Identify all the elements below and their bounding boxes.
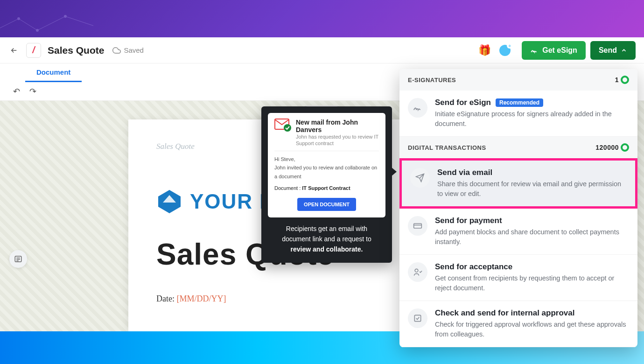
doc-type-icon: / <box>26 43 41 58</box>
date-field: Date: [MM/DD/YY] <box>156 294 226 304</box>
tab-document[interactable]: Document <box>25 63 82 82</box>
gift-icon[interactable]: 🎁 <box>478 44 491 56</box>
email-preview-sub: John has requested you to review IT Supp… <box>296 133 379 147</box>
save-status: Saved <box>112 46 144 55</box>
svg-point-2 <box>64 15 67 18</box>
top-bar: / Sales Quote Saved 🎁 Get eSign Send <box>0 37 644 63</box>
undo-button[interactable]: ↶ <box>13 86 20 97</box>
logo-icon <box>156 189 182 215</box>
email-preview-card: New mail from John Danvers John has requ… <box>268 113 385 217</box>
flyout-section-esignatures: E-SIGNATURES 1 <box>399 69 637 91</box>
email-preview-title: New mail from John Danvers <box>296 119 379 133</box>
send-for-payment-option[interactable]: Send for payment Add payment blocks and … <box>399 209 637 255</box>
send-menu-flyout: E-SIGNATURES 1 Send for eSignRecommended… <box>399 69 637 347</box>
list-icon <box>14 255 22 263</box>
count-ring-icon <box>621 143 629 152</box>
back-button[interactable] <box>8 45 20 56</box>
send-button[interactable]: Send <box>590 41 636 60</box>
svg-point-1 <box>36 29 39 32</box>
chevron-up-icon <box>621 47 627 54</box>
user-accept-icon <box>408 262 427 282</box>
esign-count-badge: 1 <box>615 76 629 84</box>
svg-point-9 <box>415 269 418 272</box>
svg-point-7 <box>284 124 291 132</box>
send-for-acceptance-option[interactable]: Send for acceptance Get consent from rec… <box>399 255 637 301</box>
tooltip-caption: Recipients get an email with document li… <box>268 224 385 254</box>
redo-button[interactable]: ↷ <box>29 86 36 97</box>
digital-count-badge: 120000 <box>595 143 629 152</box>
cloud-saved-icon <box>112 46 121 55</box>
send-via-email-option[interactable]: Send via email Share this document for r… <box>399 158 637 209</box>
email-preview-tooltip: New mail from John Danvers John has requ… <box>261 106 392 263</box>
count-ring-icon <box>621 76 629 84</box>
recommended-badge: Recommended <box>496 98 543 107</box>
outline-toggle-button[interactable] <box>9 250 27 268</box>
mail-verified-icon <box>274 119 291 132</box>
bg-decor <box>0 9 93 37</box>
internal-approval-option[interactable]: Check and send for internal approval Che… <box>399 301 637 347</box>
payment-icon <box>408 216 427 236</box>
get-esign-button[interactable]: Get eSign <box>522 41 586 60</box>
signature-icon <box>408 98 427 118</box>
svg-rect-10 <box>414 315 420 321</box>
flyout-section-digital: DIGITAL TRANSACTIONS 120000 <box>399 137 637 158</box>
add-user-icon[interactable] <box>499 45 511 56</box>
open-document-button[interactable]: OPEN DOCUMENT <box>297 198 356 211</box>
send-icon <box>410 168 430 188</box>
signature-icon <box>530 46 539 55</box>
approval-icon <box>408 308 427 328</box>
email-preview-body: Hi Steve, John invited you to review and… <box>274 155 379 211</box>
svg-point-0 <box>17 17 20 20</box>
svg-rect-8 <box>414 224 422 228</box>
send-for-esign-option[interactable]: Send for eSignRecommended Initiate eSign… <box>399 91 637 137</box>
doc-title: Sales Quote <box>48 45 104 56</box>
